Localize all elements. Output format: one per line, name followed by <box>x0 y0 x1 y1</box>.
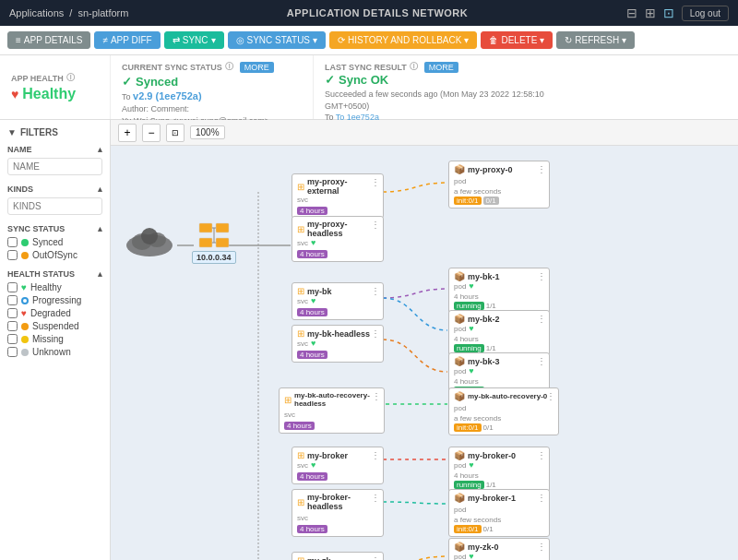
pod-menu-dots[interactable]: ⋮ <box>537 493 546 503</box>
pod-node-broker-0[interactable]: 📦 my-broker-0 pod ♥ ⋮ 4 hours running 1/… <box>448 447 550 493</box>
pod-menu-dots[interactable]: ⋮ <box>537 164 546 174</box>
pod-node-proxy-0[interactable]: 📦 my-proxy-0 pod ⋮ a few seconds init:0/… <box>448 161 550 209</box>
svc-health-icon: ♥ <box>311 460 315 470</box>
sync-info-icon[interactable]: ⓘ <box>225 61 233 73</box>
sync-filter-synced: Synced <box>7 237 102 247</box>
zoom-out-button[interactable]: − <box>142 124 161 142</box>
app-health-info-icon[interactable]: ⓘ <box>66 72 75 84</box>
svc-menu-dots[interactable]: ⋮ <box>371 450 380 460</box>
health-heart-icon: ♥ <box>11 87 18 101</box>
progressing-checkbox[interactable] <box>7 295 18 305</box>
healthy-checkbox[interactable] <box>7 282 18 292</box>
pod-node-bk-auto-0[interactable]: 📦 my-bk-auto-recovery-0 pod ⋮ a few seco… <box>448 387 559 435</box>
svc-menu-dots[interactable]: ⋮ <box>371 328 380 339</box>
history-rollback-button[interactable]: ⟳ HISTORY AND ROLLBACK ▾ <box>329 31 477 49</box>
pod-menu-dots[interactable]: ⋮ <box>537 542 546 552</box>
missing-dot <box>21 336 29 343</box>
missing-checkbox[interactable] <box>7 334 18 344</box>
suspended-dot <box>21 323 29 330</box>
kinds-filter-input[interactable] <box>7 197 102 215</box>
sync-status-collapse-icon[interactable]: ▴ <box>98 224 102 233</box>
graph-canvas[interactable]: 10.0.0.34 ⊞ my-proxy-external svc ⋮ 4 ho… <box>111 146 738 560</box>
svg-rect-10 <box>216 238 229 247</box>
pod-menu-dots[interactable]: ⋮ <box>537 271 546 281</box>
svc-menu-dots[interactable]: ⋮ <box>372 391 381 401</box>
last-sync-section: LAST SYNC RESULT ⓘ MORE ✓ Sync OK Succee… <box>314 55 590 119</box>
last-sync-check-icon: ✓ <box>325 73 335 87</box>
svc-icon: ⊞ <box>297 328 304 339</box>
delete-button[interactable]: 🗑 DELETE ▾ <box>481 31 553 49</box>
svc-health-icon: ♥ <box>311 238 315 247</box>
svc-health-icon: ♥ <box>311 296 315 305</box>
sync-button[interactable]: ⇄ SYNC ▾ <box>164 31 224 49</box>
network-view-icon[interactable]: ⊡ <box>663 6 674 20</box>
fit-screen-button[interactable]: ⊡ <box>166 124 184 142</box>
sync-status-button[interactable]: ◎ SYNC STATUS ▾ <box>228 31 327 49</box>
svc-node-bk-headless[interactable]: ⊞ my-bk-headless svc ♥ ⋮ 4 hours <box>292 325 384 363</box>
svc-node-broker[interactable]: ⊞ my-broker svc ♥ ⋮ 4 hours <box>292 447 384 484</box>
zoom-in-button[interactable]: + <box>118 124 137 142</box>
pod-menu-dots[interactable]: ⋮ <box>537 450 546 460</box>
svc-menu-dots[interactable]: ⋮ <box>371 286 380 296</box>
degraded-checkbox[interactable] <box>7 308 18 318</box>
svc-node-proxy-external[interactable]: ⊞ my-proxy-external svc ⋮ 4 hours <box>292 173 384 219</box>
list-view-icon[interactable]: ⊟ <box>626 6 637 20</box>
svc-menu-dots[interactable]: ⋮ <box>371 177 380 187</box>
pod-menu-dots[interactable]: ⋮ <box>537 314 546 324</box>
history-dropdown-icon: ▾ <box>464 35 469 45</box>
cluster-node[interactable]: 10.0.0.34 <box>192 221 236 264</box>
svc-node-proxy-headless[interactable]: ⊞ my-proxy-headless svc ♥ ⋮ 4 hours <box>292 216 384 262</box>
svc-node-bk[interactable]: ⊞ my-bk svc ♥ ⋮ 4 hours <box>292 282 384 320</box>
page-title: APPLICATION DETAILS NETWORK <box>287 7 468 18</box>
grid-view-icon[interactable]: ⊞ <box>645 6 656 20</box>
progressing-ring-icon <box>21 297 29 304</box>
unknown-checkbox[interactable] <box>7 347 18 357</box>
graph-area: + − ⊡ 100% <box>111 120 738 560</box>
pod-node-broker-1[interactable]: 📦 my-broker-1 pod ⋮ a few seconds init:0… <box>448 489 550 537</box>
kinds-collapse-icon[interactable]: ▴ <box>98 185 102 194</box>
breadcrumb: Applications / sn-platform <box>9 7 128 18</box>
app-details-button[interactable]: ≡ APP DETAILS <box>7 31 90 49</box>
outofsync-checkbox[interactable] <box>7 250 18 260</box>
svg-rect-8 <box>216 223 229 232</box>
app-name[interactable]: sn-platform <box>77 7 128 18</box>
current-sync-more-button[interactable]: MORE <box>240 62 274 73</box>
synced-checkbox[interactable] <box>7 237 18 247</box>
health-collapse-icon[interactable]: ▴ <box>98 269 102 279</box>
svc-node-bk-auto[interactable]: ⊞ my-bk-auto-recovery-headless svc ⋮ 4 h… <box>279 387 385 434</box>
toolbar: ≡ APP DETAILS ≠ APP DIFF ⇄ SYNC ▾ ◎ SYNC… <box>0 26 738 55</box>
health-filter-unknown: Unknown <box>7 347 102 357</box>
svc-node-broker-headless[interactable]: ⊞ my-broker-headless svc ⋮ 4 hours <box>292 489 384 537</box>
pod-menu-dots[interactable]: ⋮ <box>546 391 555 401</box>
applications-link[interactable]: Applications <box>9 7 64 18</box>
name-filter-input[interactable] <box>7 158 102 175</box>
svc-node-zk[interactable]: ⊞ my-zk svc ♥ ⋮ 4 hours <box>292 552 384 560</box>
connection-lines <box>111 146 738 560</box>
degraded-heart-icon: ♥ <box>21 308 27 318</box>
pod-node-bk-2[interactable]: 📦 my-bk-2 pod ♥ ⋮ 4 hours running 1/1 <box>448 310 550 356</box>
pod-menu-dots[interactable]: ⋮ <box>537 356 546 366</box>
svc-icon: ⊞ <box>297 224 304 234</box>
svc-icon: ⊞ <box>297 555 304 560</box>
cloud-node <box>122 220 177 263</box>
suspended-checkbox[interactable] <box>7 321 18 331</box>
name-collapse-icon[interactable]: ▴ <box>98 145 102 154</box>
pod-node-zk-0[interactable]: 📦 my-zk-0 pod ♥ ⋮ 4 hours running 1/1 <box>448 538 550 560</box>
app-diff-button[interactable]: ≠ APP DIFF <box>94 31 160 49</box>
diff-icon: ≠ <box>102 35 108 45</box>
svc-menu-dots[interactable]: ⋮ <box>371 493 380 503</box>
last-sync-more-button[interactable]: MORE <box>424 62 458 73</box>
svc-menu-dots[interactable]: ⋮ <box>371 555 380 560</box>
pod-icon: 📦 <box>454 314 465 324</box>
refresh-button[interactable]: ↻ REFRESH ▾ <box>556 31 635 49</box>
pod-node-bk-1[interactable]: 📦 my-bk-1 pod ♥ ⋮ 4 hours running 1/1 <box>448 268 550 314</box>
filter-header: ▼ FILTERS <box>7 127 102 137</box>
logout-button[interactable]: Log out <box>682 6 729 21</box>
cluster-ip: 10.0.0.34 <box>192 251 236 264</box>
current-sync-section: CURRENT SYNC STATUS ⓘ MORE ✓ Synced To v… <box>111 55 314 119</box>
sync-filter-oos: OutOfSync <box>7 250 102 260</box>
svg-point-6 <box>141 228 158 244</box>
last-sync-info-icon[interactable]: ⓘ <box>410 61 418 73</box>
health-status-filter-section: HEALTH STATUS ▴ ♥ Healthy Progressing ♥ … <box>7 269 102 357</box>
svc-menu-dots[interactable]: ⋮ <box>371 220 380 230</box>
